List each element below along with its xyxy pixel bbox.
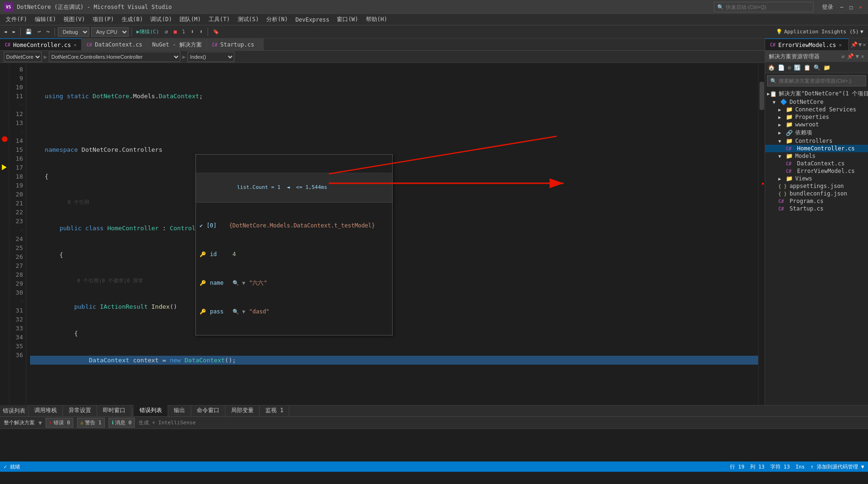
tree-models[interactable]: ▼ 📁 Models <box>765 152 868 160</box>
menu-team[interactable]: 团队(M) <box>176 15 205 24</box>
menu-build[interactable]: 生成(B) <box>118 15 147 24</box>
menu-file[interactable]: 文件(F) <box>2 15 31 24</box>
tab-homecontroller[interactable]: C# HomeController.cs ✕ <box>0 39 82 51</box>
tab-errorviewmodel[interactable]: C# ErrorViewModel.cs ✕ <box>765 39 849 51</box>
login-button[interactable]: 登录 <box>819 2 836 12</box>
step-over[interactable]: ⤵ <box>180 28 187 36</box>
tree-properties[interactable]: ▶ 📁 Properties <box>765 113 868 121</box>
tab-homecontroller-close[interactable]: ✕ <box>74 42 77 47</box>
step-out[interactable]: ⬆ <box>198 28 205 36</box>
menu-devexpress[interactable]: DevExpress <box>292 16 333 24</box>
project-selector[interactable]: DotNetCore <box>4 52 42 62</box>
output-tab-watch[interactable]: 监视 1 <box>260 405 289 416</box>
se-toolbar-btn5[interactable]: 📋 <box>803 63 812 72</box>
bookmark-btn[interactable]: 🔖 <box>211 28 221 36</box>
minimize-button[interactable]: ─ <box>838 3 845 11</box>
close-panel-icon[interactable]: ✕ <box>863 41 866 48</box>
tree-wwwroot[interactable]: ▶ 📁 wwwroot <box>765 121 868 128</box>
toolbar-redo[interactable]: ↪ <box>45 28 52 36</box>
menu-view[interactable]: 视图(V) <box>60 15 89 24</box>
se-toolbar-btn3[interactable]: ⚙ <box>787 63 792 72</box>
tooltip-icon-pass: 🔑 <box>200 307 206 316</box>
warning-count-btn[interactable]: ⚠ 警告 1 <box>77 418 105 428</box>
cs-file-icon2: C# <box>86 42 92 47</box>
message-count-btn[interactable]: ℹ 消息 0 <box>108 418 135 428</box>
tree-bundleconfig-label: bundleconfig.json <box>790 190 847 197</box>
tree-dependencies[interactable]: ▶ 🔗 依赖项 <box>765 128 868 137</box>
se-toolbar-btn1[interactable]: 🏠 <box>767 63 776 72</box>
panel-sync-icon[interactable]: ⇄ <box>841 53 845 60</box>
menu-project[interactable]: 项目(P) <box>89 15 118 24</box>
start-button[interactable]: ▶ 继续(C) <box>135 27 162 36</box>
tree-appsettings[interactable]: { } appsettings.json <box>765 182 868 190</box>
se-toolbar-btn6[interactable]: 🔍 <box>813 63 822 72</box>
close-button[interactable]: ✕ <box>857 3 864 11</box>
tooltip-row-name[interactable]: 🔑 name 🔍 ▼ "六六" <box>196 278 392 289</box>
tooltip-row-pass[interactable]: 🔑 pass 🔍 ▼ "dasd" <box>196 306 392 317</box>
panel-pin-icon[interactable]: 📌 <box>847 53 854 60</box>
menu-analyze[interactable]: 分析(N) <box>263 15 292 24</box>
toolbar-back[interactable]: ◄ <box>2 28 9 36</box>
pin-icon[interactable]: 📌 <box>851 41 858 48</box>
tree-connected-services[interactable]: ▶ 📁 Connected Services <box>765 106 868 113</box>
stop-button[interactable]: ■ <box>172 28 179 36</box>
method-selector[interactable]: Index() <box>187 52 234 62</box>
tree-homecontroller[interactable]: C# HomeController.cs <box>765 145 868 152</box>
editor-scrollbar[interactable] <box>758 63 765 405</box>
maximize-button[interactable]: □ <box>847 3 855 11</box>
toolbar-forward[interactable]: ► <box>11 28 18 36</box>
step-into[interactable]: ⬇ <box>189 28 196 36</box>
scrollbar-thumb[interactable] <box>760 82 764 110</box>
output-tab-output[interactable]: 输出 <box>168 405 191 416</box>
se-toolbar-btn7[interactable]: 📁 <box>822 63 831 72</box>
tree-program[interactable]: C# Program.cs <box>765 197 868 205</box>
tree-startup[interactable]: C# Startup.cs <box>765 205 868 212</box>
menu-edit[interactable]: 编辑(E) <box>31 15 60 24</box>
restart-button[interactable]: ↺ <box>163 28 170 36</box>
tree-project[interactable]: ▼ 🔷 DotNetCore <box>765 98 868 106</box>
main-content: DotNetCore ▶ DotNetCore.Controllers.Home… <box>0 51 868 405</box>
output-tab-command[interactable]: 命令窗口 <box>191 405 225 416</box>
namespace-selector[interactable]: DotNetCore.Controllers.HomeController <box>49 52 180 62</box>
se-toolbar-btn2[interactable]: 📄 <box>777 63 786 72</box>
output-tab-immediate[interactable]: 即时窗口 <box>97 405 132 416</box>
tab-datacontext[interactable]: C# DataContext.cs <box>82 39 147 51</box>
code-editor[interactable]: using static DotNetCore.Models.DataConte… <box>26 63 758 405</box>
tree-bundleconfig[interactable]: { } bundleconfig.json <box>765 190 868 197</box>
menu-tools[interactable]: 工具(T) <box>205 15 234 24</box>
menu-help[interactable]: 帮助(H) <box>362 15 391 24</box>
output-tab-exceptions[interactable]: 异常设置 <box>63 405 97 416</box>
toolbar-undo[interactable]: ↩ <box>36 28 43 36</box>
platform-dropdown[interactable]: Any CPU <box>91 27 129 37</box>
tab-startup[interactable]: C# Startup.cs <box>207 39 264 51</box>
tree-controllers[interactable]: ▼ 📁 Controllers <box>765 137 868 145</box>
add-to-source-control[interactable]: ↑ 添加到源代码管理 ▼ <box>811 463 865 470</box>
toolbar-save-all[interactable]: 💾 <box>23 28 34 36</box>
menu-test[interactable]: 测试(S) <box>234 15 263 24</box>
menu-window[interactable]: 窗口(W) <box>333 15 362 24</box>
quick-launch-input[interactable] <box>726 4 810 10</box>
tree-solution-root[interactable]: ▶ 📋 解决方案"DotNetCore"(1 个项目) <box>765 89 868 98</box>
output-tab-errors[interactable]: 错误列表 <box>134 405 168 416</box>
menu-debug[interactable]: 调试(D) <box>147 15 176 24</box>
se-toolbar-btn4[interactable]: 🔃 <box>793 63 802 72</box>
filter-dropdown-icon[interactable]: ▼ <box>39 420 42 426</box>
debug-config-dropdown[interactable]: Debug <box>58 27 89 37</box>
solution-search-input[interactable] <box>779 78 863 84</box>
output-tab-locals[interactable]: 局部变量 <box>225 405 260 416</box>
tree-datacontext[interactable]: C# DataContext.cs <box>765 160 868 167</box>
tree-views[interactable]: ▶ 📁 Views <box>765 175 868 182</box>
tab-nuget[interactable]: NuGet - 解决方案 <box>147 39 207 51</box>
tree-errorviewmodel[interactable]: C# ErrorViewModel.cs <box>765 167 868 175</box>
output-tab-callstack[interactable]: 调用堆栈 <box>29 405 63 416</box>
homecontroller-file-icon: C# <box>786 146 793 151</box>
tab-errorviewmodel-close[interactable]: ✕ <box>839 42 842 47</box>
output-tab-row1: 错误列表 调用堆栈 异常设置 即时窗口 错误列表 输出 命令窗口 局部变量 监视… <box>0 406 868 417</box>
tooltip-row-id[interactable]: 🔑 id 4 <box>196 249 392 260</box>
dropdown-icon[interactable]: ▼ <box>859 41 862 48</box>
panel-dropdown-icon[interactable]: ▼ <box>856 53 859 60</box>
application-insights-button[interactable]: 💡 Application Insights (5) ▼ <box>773 28 866 36</box>
tooltip-row-0[interactable]: ✔ [0] {DotNetCore.Models.DataContext.t_t… <box>196 220 392 231</box>
panel-close-icon[interactable]: ✕ <box>861 53 864 60</box>
error-count-btn[interactable]: ✕ 错误 0 <box>46 418 73 428</box>
